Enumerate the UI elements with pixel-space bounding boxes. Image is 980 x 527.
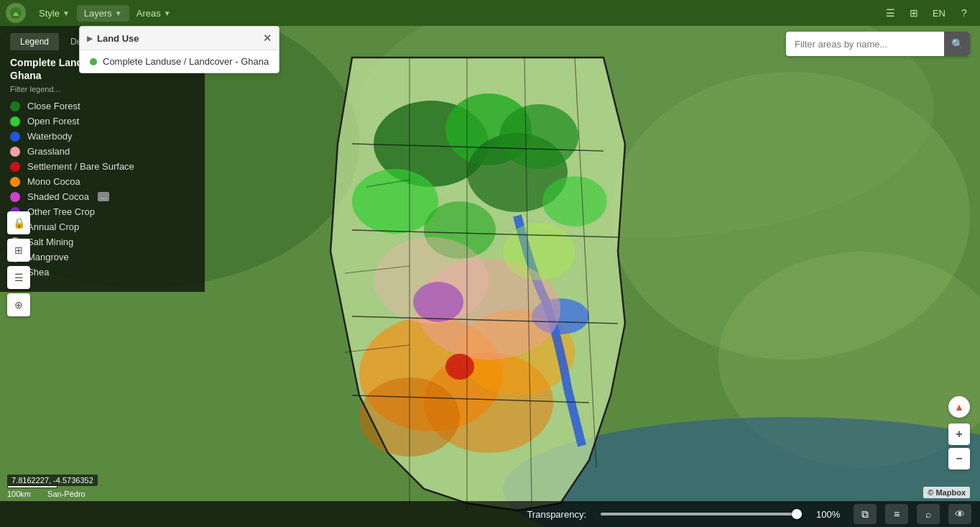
- filter-input[interactable]: [786, 34, 944, 55]
- legend-item-label: Annual Crop: [27, 221, 79, 232]
- search-icon-button[interactable]: ⌕: [917, 504, 940, 524]
- legend-list: Close ForestOpen ForestWaterbodyGrasslan…: [10, 101, 195, 278]
- layers-chevron: ▼: [115, 9, 122, 17]
- legend-item: Shaded Cocoa...: [10, 191, 195, 202]
- style-menu[interactable]: Style ▼: [32, 5, 77, 22]
- layer-item-label: Complete Landuse / Landcover - Ghana: [103, 56, 269, 67]
- legend-item-label: Open Forest: [27, 116, 79, 127]
- slider-thumb[interactable]: [792, 509, 802, 519]
- san-pedro-label: San-Pédro: [47, 490, 85, 498]
- compass-button[interactable]: ▲: [948, 396, 970, 418]
- svg-point-11: [499, 104, 578, 169]
- table-button[interactable]: ⊞: [7, 239, 30, 262]
- navbar: Style ▼ Layers ▼ Areas ▼ ☰ ⊞ EN ?: [0, 0, 980, 26]
- zoom-out-button[interactable]: −: [948, 448, 970, 469]
- svg-point-12: [542, 176, 607, 226]
- layers-menu[interactable]: Layers ▼: [77, 5, 129, 22]
- legend-item: Close Forest: [10, 101, 195, 111]
- mapbox-attribution: © Mapbox: [923, 487, 970, 498]
- layer-dropdown-title: Land Use: [97, 33, 139, 44]
- legend-color-swatch: [10, 162, 20, 172]
- legend-item-label: Waterbody: [27, 131, 72, 142]
- filter-bar: 🔍: [786, 32, 970, 56]
- legend-item-label: Mono Cocoa: [27, 176, 80, 187]
- zoom-in-button[interactable]: +: [948, 423, 970, 445]
- legend-item: Settlement / Bare Surface: [10, 161, 195, 172]
- filter-search-button[interactable]: 🔍: [944, 32, 970, 56]
- layers-button[interactable]: ☰: [7, 266, 30, 289]
- copy-icon-button[interactable]: ⧉: [854, 504, 877, 524]
- dropdown-triangle-icon: ▶: [87, 35, 93, 42]
- legend-item-label: Other Tree Crop: [27, 206, 95, 217]
- bottom-toolbar: Transparency: 100% ⧉ ≡ ⌕ 👁: [0, 501, 980, 527]
- transparency-value: 100%: [816, 509, 845, 520]
- expand-icon[interactable]: ⊞: [904, 3, 924, 23]
- layer-active-dot: [90, 58, 97, 65]
- transparency-slider[interactable]: [601, 513, 802, 515]
- legend-item: Mangrove: [10, 252, 195, 262]
- style-chevron: ▼: [63, 9, 70, 17]
- layer-dropdown-header: ▶ Land Use ✕: [80, 27, 279, 50]
- eye-icon-button[interactable]: 👁: [948, 504, 971, 524]
- legend-color-swatch: [10, 132, 20, 142]
- legend-color-swatch: [10, 116, 20, 127]
- coordinates-box: 7.8162227, -4.5736352: [7, 475, 98, 486]
- left-tool-buttons: 🔒 ⊞ ☰ ⊕: [7, 211, 30, 316]
- svg-point-22: [503, 223, 575, 280]
- layer-dropdown-close-button[interactable]: ✕: [263, 32, 272, 44]
- filter-legend-text: Filter legend...: [10, 85, 195, 93]
- areas-menu[interactable]: Areas ▼: [129, 5, 178, 22]
- svg-point-20: [445, 354, 474, 380]
- language-selector[interactable]: EN: [927, 5, 951, 22]
- location-button[interactable]: ⊕: [7, 293, 30, 316]
- legend-item-label: Mangrove: [27, 252, 69, 262]
- filter-icon-button[interactable]: ≡: [885, 504, 908, 524]
- legend-item: Grassland: [10, 146, 195, 157]
- legend-color-swatch: [10, 177, 20, 187]
- mapbox-logo: © Mapbox: [923, 487, 970, 498]
- slider-fill: [601, 513, 802, 515]
- shaded-cocoa-badge: ...: [98, 192, 109, 201]
- legend-item-label: Shaded Cocoa: [27, 191, 89, 202]
- hamburger-menu-icon[interactable]: ☰: [881, 3, 901, 23]
- legend-item-label: Grassland: [27, 146, 70, 157]
- legend-item: Shea: [10, 267, 195, 278]
- tab-legend[interactable]: Legend: [10, 33, 59, 50]
- svg-point-21: [413, 282, 463, 322]
- legend-item: Mono Cocoa: [10, 176, 195, 187]
- legend-item: Waterbody: [10, 131, 195, 142]
- legend-item-label: Close Forest: [27, 101, 80, 111]
- app-logo[interactable]: [6, 3, 26, 23]
- scale-bar: 100km San-Pédro: [7, 485, 85, 498]
- legend-item-label: Salt Mining: [27, 237, 73, 247]
- legend-item: Other Tree Crop: [10, 206, 195, 217]
- legend-color-swatch: [10, 147, 20, 157]
- legend-item: Salt Mining: [10, 237, 195, 247]
- scale-label: 100km: [7, 490, 31, 498]
- legend-color-swatch: [10, 101, 20, 111]
- layer-dropdown: ▶ Land Use ✕ Complete Landuse / Landcove…: [79, 26, 279, 73]
- legend-item-label: Shea: [27, 267, 49, 278]
- transparency-label: Transparency:: [527, 509, 586, 520]
- coordinates-display: 7.8162227, -4.5736352: [7, 473, 98, 486]
- legend-item: Open Forest: [10, 116, 195, 127]
- legend-item: Annual Crop: [10, 221, 195, 232]
- layer-dropdown-item[interactable]: Complete Landuse / Landcover - Ghana: [80, 50, 279, 73]
- legend-item-label: Settlement / Bare Surface: [27, 161, 134, 172]
- areas-chevron: ▼: [164, 9, 171, 17]
- help-icon[interactable]: ?: [954, 3, 974, 23]
- legend-color-swatch: [10, 192, 20, 202]
- right-zoom-buttons: ▲ + −: [948, 396, 970, 469]
- nav-right-buttons: ☰ ⊞ EN ?: [881, 3, 974, 23]
- lock-button[interactable]: 🔒: [7, 211, 30, 234]
